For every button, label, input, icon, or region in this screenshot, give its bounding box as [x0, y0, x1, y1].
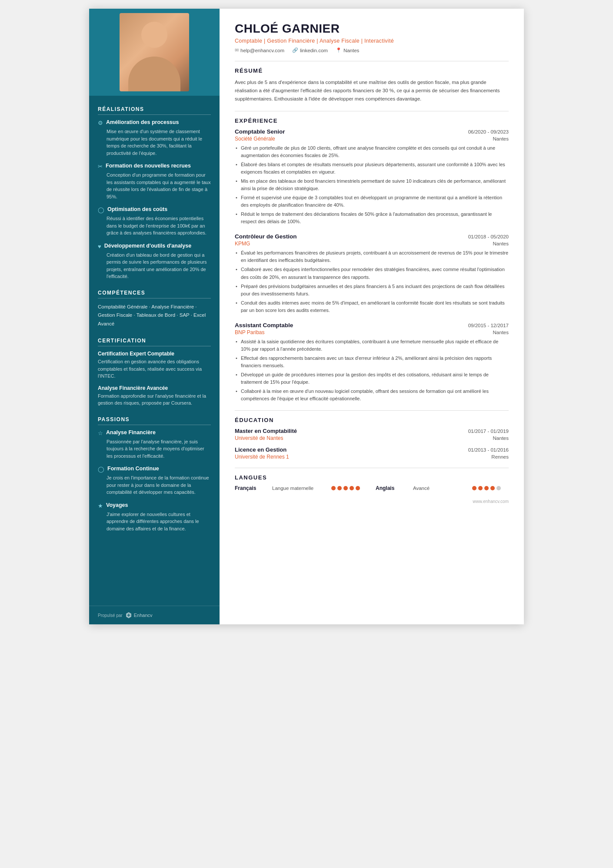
- exp-bullet-2-1: Effectué des rapprochements bancaires av…: [235, 355, 509, 369]
- education-item-0: Master en Comptabilité 01/2017 - 01/2019…: [235, 428, 509, 441]
- exp-location-1: Nantes: [493, 241, 509, 246]
- realisation-title-0: Amélioration des processus: [106, 119, 179, 125]
- dot: [490, 486, 495, 490]
- passion-text-0: Passionnée par l'analyse financière, je …: [107, 438, 211, 460]
- experience-item-0: Comptable Senior 06/2020 - 09/2023 Socié…: [235, 128, 509, 225]
- education-item-1: Licence en Gestion 01/2013 - 01/2016 Uni…: [235, 446, 509, 460]
- realisation-icon-0: ⚙: [98, 120, 103, 126]
- passion-title-0: Analyse Financière: [106, 429, 156, 436]
- realisation-title-3: Développement d'outils d'analyse: [104, 243, 191, 249]
- dot: [484, 486, 489, 490]
- exp-bullet-0-2: Mis en place des tableaux de bord financ…: [235, 178, 509, 192]
- cert-text-0: Certification en gestion avancée des obl…: [98, 358, 211, 380]
- edu-title-0: Master en Comptabilité: [235, 428, 297, 434]
- location-value: Nantes: [343, 48, 359, 53]
- contact-location: 📍 Nantes: [336, 47, 359, 53]
- exp-bullet-1-1: Collaboré avec des équipes interfonction…: [235, 266, 509, 281]
- dot: [343, 486, 348, 490]
- dot: [356, 486, 360, 490]
- resume-section-title: RÉSUMÉ: [235, 67, 509, 74]
- exp-bullet-1-3: Conduit des audits internes avec moins d…: [235, 299, 509, 314]
- realisation-icon-3: ♥: [98, 243, 101, 250]
- header: CHLOÉ GARNIER Comptable | Gestion Financ…: [235, 22, 509, 53]
- education-section-title: ÉDUCATION: [235, 417, 509, 423]
- exp-company-0: Société Générale: [235, 136, 275, 142]
- footer-powered-label: Propulsé par: [98, 613, 123, 618]
- edu-institution-0: Université de Nantes: [235, 435, 283, 441]
- contact-email: ✉ help@enhancv.com: [235, 47, 284, 53]
- dot: [472, 486, 476, 490]
- realisation-text-3: Création d'un tableau de bord de gestion…: [107, 251, 211, 280]
- exp-company-1: KPMG: [235, 241, 250, 247]
- langue-level-0: Langue maternelle: [272, 486, 324, 491]
- linkedin-icon: 🔗: [292, 47, 298, 53]
- exp-title-2: Assistant Comptable: [235, 322, 293, 328]
- divider-experience: [235, 111, 509, 111]
- dot: [478, 486, 483, 490]
- experience-section: EXPÉRIENCE Comptable Senior 06/2020 - 09…: [235, 111, 509, 402]
- divider-education: [235, 410, 509, 411]
- sidebar-footer: Propulsé par Enhancv: [89, 606, 220, 624]
- exp-bullet-2-0: Assisté à la saisie quotidienne des écri…: [235, 338, 509, 353]
- education-section: ÉDUCATION Master en Comptabilité 01/2017…: [235, 410, 509, 460]
- exp-bullet-2-2: Développé un guide de procédures interne…: [235, 371, 509, 386]
- realisations-title: RÉALISATIONS: [98, 106, 211, 115]
- profile-photo: [120, 13, 189, 91]
- cert-item-0: Certification Expert Comptable Certifica…: [98, 351, 211, 380]
- header-contact: ✉ help@enhancv.com 🔗 linkedin.com 📍 Nant…: [235, 47, 509, 53]
- cert-item-1: Analyse Financière Avancée Formation app…: [98, 385, 211, 407]
- exp-bullet-0-0: Géré un portefeuille de plus de 100 clie…: [235, 144, 509, 159]
- passions-section: PASSIONS ☆ Analyse Financière Passionnée…: [98, 416, 211, 533]
- edu-title-1: Licence en Gestion: [235, 446, 287, 453]
- main-content: CHLOÉ GARNIER Comptable | Gestion Financ…: [220, 9, 524, 624]
- location-icon: 📍: [336, 47, 342, 53]
- exp-dates-2: 09/2015 - 12/2017: [468, 323, 509, 328]
- passion-icon-0: ☆: [98, 430, 103, 436]
- exp-bullet-2-3: Collaboré à la mise en œuvre d'un nouvea…: [235, 388, 509, 402]
- experience-item-2: Assistant Comptable 09/2015 - 12/2017 BN…: [235, 322, 509, 402]
- passion-icon-1: ◯: [98, 466, 104, 473]
- exp-title-0: Comptable Senior: [235, 128, 285, 135]
- passion-icon-2: ★: [98, 503, 103, 509]
- exp-bullets-1: Évalué les performances financières de p…: [235, 249, 509, 314]
- exp-location-0: Nantes: [493, 136, 509, 141]
- exp-bullet-1-2: Préparé des prévisions budgétaires annue…: [235, 283, 509, 298]
- dot: [350, 486, 354, 490]
- passion-item-0: ☆ Analyse Financière Passionnée par l'an…: [98, 429, 211, 460]
- langue-dots-0: [331, 486, 360, 490]
- realisation-icon-1: ✂: [98, 163, 103, 170]
- realisation-item-3: ♥ Développement d'outils d'analyse Créat…: [98, 243, 211, 280]
- passion-text-1: Je crois en l'importance de la formation…: [107, 474, 211, 496]
- dot: [496, 486, 501, 490]
- realisation-text-0: Mise en œuvre d'un système de classement…: [107, 128, 211, 157]
- langue-level-1: Avancé: [413, 486, 465, 491]
- divider-resume: [235, 61, 509, 61]
- exp-bullet-0-1: Élaboré des bilans et comptes de résulta…: [235, 161, 509, 176]
- competences-text: Comptabilité Générale · Analyse Financiè…: [98, 303, 211, 328]
- edu-location-0: Nantes: [493, 436, 509, 441]
- realisations-list: ⚙ Amélioration des processus Mise en œuv…: [98, 119, 211, 280]
- enhancv-logo: Enhancv: [125, 612, 153, 618]
- header-tagline: Comptable | Gestion Financière | Analyse…: [235, 38, 509, 44]
- resume-page: RÉALISATIONS ⚙ Amélioration des processu…: [89, 9, 524, 624]
- exp-company-2: BNP Paribas: [235, 329, 264, 335]
- cert-title-0: Certification Expert Comptable: [98, 351, 211, 357]
- cert-title-1: Analyse Financière Avancée: [98, 385, 211, 391]
- footer-website: www.enhancv.com: [473, 499, 509, 504]
- passion-item-2: ★ Voyages J'aime explorer de nouvelles c…: [98, 502, 211, 533]
- cert-text-1: Formation approfondie sur l'analyse fina…: [98, 392, 211, 407]
- sidebar: RÉALISATIONS ⚙ Amélioration des processu…: [89, 9, 220, 624]
- realisation-text-1: Conception d'un programme de formation p…: [107, 171, 211, 200]
- email-value: help@enhancv.com: [240, 48, 284, 53]
- realisation-icon-2: ◯: [98, 207, 104, 213]
- linkedin-value: linkedin.com: [300, 48, 328, 53]
- realisation-item-0: ⚙ Amélioration des processus Mise en œuv…: [98, 119, 211, 157]
- experience-section-title: EXPÉRIENCE: [235, 117, 509, 124]
- langues-row: Français Langue maternelle Anglais Avanc…: [235, 485, 509, 491]
- certification-title: CERTIFICATION: [98, 338, 211, 346]
- exp-dates-1: 01/2018 - 05/2020: [468, 234, 509, 239]
- resume-section: RÉSUMÉ Avec plus de 5 ans d'expérience d…: [235, 61, 509, 103]
- realisation-text-2: Réussi à identifier des économies potent…: [107, 215, 211, 237]
- passions-title: PASSIONS: [98, 416, 211, 425]
- profile-photo-container: [89, 9, 220, 96]
